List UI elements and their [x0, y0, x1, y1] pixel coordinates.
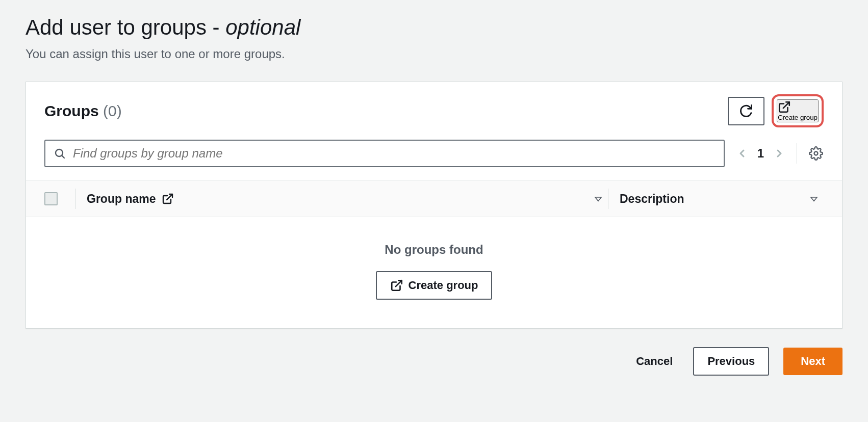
sort-icon	[809, 194, 819, 203]
empty-create-group-button[interactable]: Create group	[376, 271, 493, 300]
column-separator	[75, 189, 75, 209]
create-group-label: Create group	[778, 114, 818, 121]
cancel-button[interactable]: Cancel	[630, 351, 679, 372]
search-box[interactable]	[44, 140, 725, 167]
column-separator	[608, 189, 608, 209]
page-subtitle: You can assign this user to one or more …	[25, 47, 843, 61]
page-title-optional: optional	[225, 15, 300, 39]
footer-actions: Cancel Previous Next	[25, 347, 843, 376]
svg-line-2	[62, 156, 64, 158]
svg-line-7	[395, 280, 401, 286]
table-header-row: Group name Description	[26, 180, 842, 217]
panel-title-text: Groups	[44, 102, 99, 119]
gear-icon	[809, 146, 823, 161]
select-all-cell	[44, 192, 75, 205]
next-page-button[interactable]	[773, 147, 785, 160]
svg-marker-5	[595, 197, 601, 201]
header-actions: Create group	[728, 94, 824, 127]
groups-count: (0)	[103, 102, 122, 119]
empty-create-group-label: Create group	[409, 279, 478, 292]
prev-page-button[interactable]	[736, 147, 748, 160]
column-header-description[interactable]: Description	[620, 192, 824, 206]
panel-header: Groups (0) Create group	[26, 82, 842, 133]
external-link-icon	[162, 193, 174, 205]
search-input[interactable]	[73, 146, 716, 161]
page-title: Add user to groups - optional	[25, 15, 843, 40]
page-title-main: Add user to groups	[25, 15, 207, 39]
pagination: 1	[736, 146, 785, 161]
search-row: 1	[26, 133, 842, 180]
svg-line-0	[783, 102, 789, 108]
refresh-icon	[739, 104, 753, 118]
next-button[interactable]: Next	[783, 348, 843, 375]
external-link-icon	[390, 279, 403, 292]
svg-marker-6	[811, 197, 817, 201]
column-header-group-name[interactable]: Group name	[87, 192, 608, 206]
svg-point-3	[814, 152, 818, 155]
empty-message: No groups found	[26, 243, 842, 257]
external-link-icon	[778, 100, 818, 114]
panel-title: Groups (0)	[44, 102, 122, 120]
page-title-separator: -	[207, 15, 225, 39]
create-group-highlight: Create group	[772, 94, 824, 127]
column-label: Description	[620, 192, 684, 206]
sort-icon	[594, 194, 603, 203]
groups-panel: Groups (0) Create group	[25, 82, 843, 329]
previous-button[interactable]: Previous	[693, 347, 769, 376]
divider	[797, 143, 797, 164]
svg-line-4	[167, 194, 172, 200]
refresh-button[interactable]	[728, 97, 764, 125]
search-icon	[54, 147, 66, 160]
page-number: 1	[757, 146, 764, 161]
settings-button[interactable]	[808, 146, 824, 161]
select-all-checkbox[interactable]	[44, 192, 58, 205]
empty-state: No groups found Create group	[26, 217, 842, 328]
create-group-button[interactable]: Create group	[777, 99, 819, 122]
column-label: Group name	[87, 192, 156, 206]
